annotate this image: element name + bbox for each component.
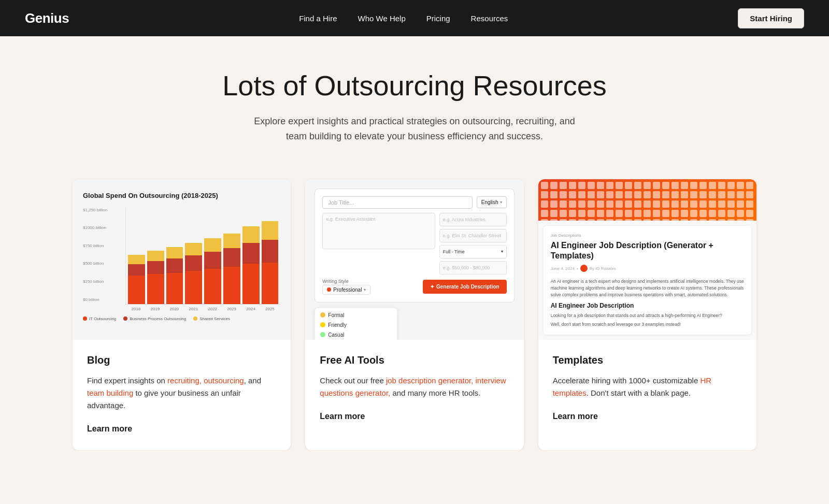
style-option-friendly[interactable]: Friendly bbox=[315, 320, 397, 330]
legend-shared-dot bbox=[193, 316, 197, 321]
template-section-cta: Well, don't start from scratch and lever… bbox=[551, 321, 744, 328]
job-form-mockup: Job Title... English ▾ e.g. Executive As… bbox=[315, 189, 514, 303]
templates-card: Job Descriptions AI Engineer Job Descrip… bbox=[538, 179, 756, 450]
generate-job-description-button[interactable]: ✦ Generate Job Description bbox=[423, 280, 507, 294]
ai-tools-card-content: Free AI Tools Check out our free job des… bbox=[305, 340, 523, 438]
legend-bpo: Business Process Outsourcing bbox=[123, 316, 186, 321]
style-formal-label: Formal bbox=[328, 312, 344, 318]
style-option-casual[interactable]: Casual bbox=[315, 330, 397, 340]
blog-learn-more[interactable]: Learn more bbox=[87, 424, 132, 433]
ai-tools-description: Check out our free job description gener… bbox=[320, 375, 509, 399]
friendly-icon bbox=[320, 322, 325, 327]
chart-container: Global Spend On Outsourcing (2018-2025) … bbox=[73, 179, 291, 340]
meta-separator: • bbox=[577, 266, 578, 271]
hero-section: Lots of Outsourcing Resources Explore ex… bbox=[0, 36, 829, 169]
chart-legend: IT Outsourcing Business Process Outsourc… bbox=[83, 316, 280, 321]
template-doc-meta: June 4, 2024 • By IG Rosales bbox=[551, 265, 744, 272]
chevron-down-icon-2: ▾ bbox=[501, 249, 503, 254]
blog-card-content: Blog Find expert insights on recruiting,… bbox=[73, 340, 291, 450]
writing-style-select[interactable]: Professional ▾ bbox=[322, 285, 370, 295]
blog-link-outsourcing[interactable]: outsourcing bbox=[204, 376, 244, 385]
blog-description: Find expert insights on recruiting, outs… bbox=[87, 375, 276, 412]
generate-button-label: Generate Job Description bbox=[436, 284, 499, 290]
dot-grid bbox=[538, 179, 756, 221]
author-avatar bbox=[580, 265, 588, 272]
cards-grid: Global Spend On Outsourcing (2018-2025) … bbox=[52, 169, 777, 450]
style-friendly-label: Friendly bbox=[328, 322, 347, 328]
chevron-down-icon-3: ▾ bbox=[364, 287, 366, 292]
blog-card-image: Global Spend On Outsourcing (2018-2025) … bbox=[73, 179, 291, 340]
navbar: Genius Find a Hire Who We Help Pricing R… bbox=[0, 0, 829, 36]
nav-links: Find a Hire Who We Help Pricing Resource… bbox=[299, 14, 508, 23]
job-description-textarea[interactable]: e.g. Executive Assistant bbox=[322, 213, 435, 249]
ai-tools-learn-more[interactable]: Learn more bbox=[320, 412, 365, 421]
template-doc-title: AI Engineer Job Description (Generator +… bbox=[551, 240, 744, 262]
chevron-down-icon: ▾ bbox=[500, 200, 502, 205]
legend-bpo-label: Business Process Outsourcing bbox=[130, 316, 186, 321]
ai-tools-link-jd[interactable]: job description generator, bbox=[386, 376, 473, 385]
template-author: By IG Rosales bbox=[590, 266, 616, 271]
y-label-250: $250 billion bbox=[83, 279, 123, 284]
blog-category: Blog bbox=[87, 354, 276, 366]
casual-icon bbox=[320, 332, 325, 337]
start-hiring-button[interactable]: Start Hiring bbox=[738, 8, 804, 28]
chart-title: Global Spend On Outsourcing (2018-2025) bbox=[83, 192, 280, 199]
y-label-750: $750 billion bbox=[83, 243, 123, 248]
writing-style-dropdown: Formal Friendly Casual Professional bbox=[315, 308, 397, 340]
style-dot bbox=[327, 287, 331, 292]
legend-it-dot bbox=[83, 316, 87, 321]
legend-it: IT Outsourcing bbox=[83, 316, 116, 321]
legend-it-label: IT Outsourcing bbox=[89, 316, 116, 321]
job-type-label: Full - Time bbox=[443, 249, 465, 254]
templates-description: Accelerate hiring with 1000+ customizabl… bbox=[553, 375, 742, 399]
template-section-title: AI Engineer Job Description bbox=[551, 302, 744, 309]
ai-tools-card-image: Job Title... English ▾ e.g. Executive As… bbox=[305, 179, 523, 340]
blog-link-team-building[interactable]: team building bbox=[87, 388, 133, 397]
site-logo[interactable]: Genius bbox=[25, 10, 69, 26]
formal-icon bbox=[320, 312, 325, 318]
templates-link-hr[interactable]: HR templates bbox=[553, 376, 711, 397]
nav-who-we-help[interactable]: Who We Help bbox=[358, 14, 405, 23]
template-section-body: Looking for a job description that stand… bbox=[551, 312, 744, 319]
ai-tools-category: Free AI Tools bbox=[320, 354, 509, 366]
y-label-1000: $1000 billion bbox=[83, 225, 123, 230]
writing-style-value: Professional bbox=[333, 287, 362, 293]
template-intro-text: An AI engineer is a tech expert who desi… bbox=[551, 278, 744, 298]
legend-shared: Shared Services bbox=[193, 316, 230, 321]
legend-bpo-dot bbox=[123, 316, 127, 321]
nav-find-a-hire[interactable]: Find a Hire bbox=[299, 14, 337, 23]
language-label: English bbox=[481, 199, 498, 205]
company-name-input[interactable]: e.g. Acura Industries bbox=[439, 213, 507, 226]
y-label-0: $0 billion bbox=[83, 297, 123, 302]
language-select[interactable]: English ▾ bbox=[477, 196, 507, 208]
job-type-select[interactable]: Full - Time ▾ bbox=[439, 245, 507, 258]
templates-card-content: Templates Accelerate hiring with 1000+ c… bbox=[538, 340, 756, 438]
template-banner bbox=[538, 179, 756, 221]
hero-subtitle: Explore expert insights and practical st… bbox=[254, 114, 575, 144]
y-label-1250: $1,250 billion bbox=[83, 208, 123, 212]
writing-style-label: Writing Style bbox=[322, 279, 370, 284]
ai-tools-card: Job Title... English ▾ e.g. Executive As… bbox=[305, 179, 523, 450]
templates-category: Templates bbox=[553, 354, 742, 366]
nav-resources[interactable]: Resources bbox=[471, 14, 508, 23]
annual-salary-input[interactable]: e.g. $60,000 - $80,000 bbox=[439, 261, 507, 275]
sparkle-icon: ✦ bbox=[430, 284, 434, 290]
hero-title: Lots of Outsourcing Resources bbox=[25, 69, 804, 102]
template-section-label: Job Descriptions bbox=[551, 233, 744, 238]
y-label-500: $500 billion bbox=[83, 261, 123, 266]
style-option-formal[interactable]: Formal bbox=[315, 310, 397, 320]
template-document: Job Descriptions AI Engineer Job Descrip… bbox=[544, 226, 751, 335]
templates-learn-more[interactable]: Learn more bbox=[553, 412, 598, 421]
job-location-input[interactable]: e.g. Elm St. Chandler Street bbox=[439, 229, 507, 242]
legend-shared-label: Shared Services bbox=[199, 316, 230, 321]
template-date: June 4, 2024 bbox=[551, 266, 575, 271]
nav-pricing[interactable]: Pricing bbox=[426, 14, 450, 23]
templates-card-image: Job Descriptions AI Engineer Job Descrip… bbox=[538, 179, 756, 340]
job-title-input[interactable]: Job Title... bbox=[322, 196, 473, 209]
style-casual-label: Casual bbox=[328, 332, 344, 338]
blog-card: Global Spend On Outsourcing (2018-2025) … bbox=[73, 179, 291, 450]
blog-link-recruiting[interactable]: recruiting, bbox=[167, 376, 202, 385]
